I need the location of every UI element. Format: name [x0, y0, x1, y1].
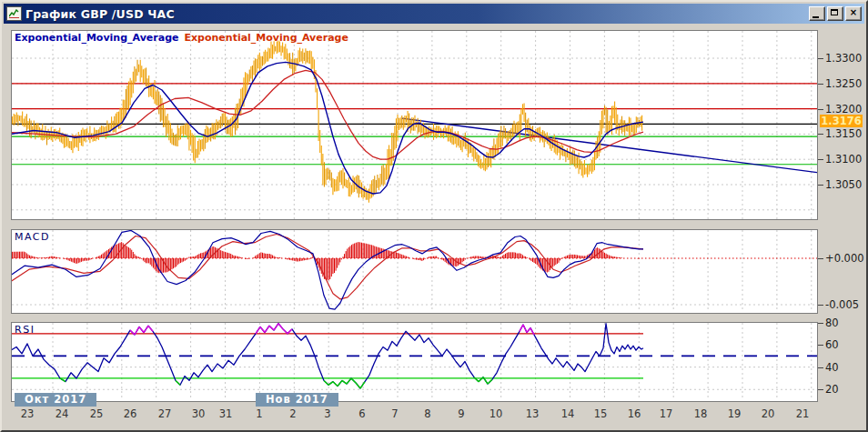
rsi-oversold-segment	[342, 380, 347, 384]
date-tick-label: 16	[628, 407, 641, 420]
date-tick-label: 9	[458, 407, 464, 420]
maximize-icon	[831, 9, 838, 15]
rsi-overbought-segment	[144, 326, 148, 332]
date-tick-label: 19	[728, 407, 742, 420]
date-tick-label: 18	[694, 407, 708, 420]
date-tick-label: 6	[358, 407, 365, 420]
date-tick-label: 23	[21, 407, 35, 420]
current-price-badge: 1.3176	[820, 115, 863, 127]
title-bar[interactable]: График GBP /USD ЧАС ×	[4, 4, 864, 24]
date-tick-label: 14	[561, 407, 575, 420]
date-tick-label: 10	[490, 407, 503, 420]
rsi-oversold-segment	[176, 380, 180, 385]
rsi-overbought-segment	[148, 326, 153, 331]
rsi-overbought-segment	[523, 325, 527, 333]
main-chart-panel[interactable]	[11, 30, 818, 220]
macd-tick-label: -0.005	[825, 298, 868, 311]
rsi-overbought-segment	[527, 328, 530, 333]
macd-histogram	[12, 242, 639, 280]
rsi-oversold-segment	[360, 382, 365, 388]
date-tick-label: 20	[762, 407, 775, 420]
date-tick-label: 27	[158, 407, 172, 420]
macd-label: MACD	[15, 231, 50, 243]
date-tick-label: 25	[90, 407, 104, 420]
ema-legend-item: Exponential_Moving_Average	[15, 32, 178, 44]
price-chart-svg[interactable]	[12, 31, 817, 219]
date-tick-label: 30	[192, 407, 206, 420]
date-tick-label: 31	[219, 407, 233, 420]
date-tick-label: 26	[124, 407, 137, 420]
rsi-oversold-segment	[328, 382, 333, 386]
date-tick-label: 13	[526, 407, 540, 420]
date-tick-label: 15	[594, 407, 608, 420]
chart-window: График GBP /USD ЧАС × Exponential_Moving…	[0, 0, 868, 432]
rsi-overbought-segment	[520, 325, 523, 331]
rsi-oversold-segment	[351, 378, 356, 383]
rsi-overbought-segment	[139, 327, 144, 332]
rsi-panel[interactable]	[11, 322, 818, 402]
window-title: График GBP /USD ЧАС	[25, 7, 809, 21]
date-tick-label: 3	[324, 407, 330, 420]
close-button[interactable]: ×	[845, 6, 862, 21]
month-label-nov: Нов 2017	[256, 393, 338, 407]
date-tick-label: 1	[256, 407, 262, 420]
date-tick-label: 7	[391, 407, 398, 420]
month-label-oct: Окт 2017	[15, 393, 96, 407]
ema-legend: Exponential_Moving_AverageExponential_Mo…	[15, 32, 354, 44]
rsi-tick-label: 80	[825, 316, 868, 329]
date-tick-label: 2	[289, 407, 296, 420]
rsi-tick-label: 20	[825, 383, 868, 396]
rsi-oversold-segment	[338, 380, 342, 386]
rsi-oversold-segment	[347, 378, 351, 384]
close-icon: ×	[846, 6, 861, 19]
date-tick-label: 8	[424, 407, 430, 420]
rsi-tick-label: 40	[825, 361, 868, 374]
date-tick-label: 21	[796, 407, 810, 420]
rsi-overbought-segment	[260, 327, 265, 332]
date-tick-label: 17	[660, 407, 673, 420]
rsi-overbought-segment	[283, 329, 288, 334]
minimize-icon	[812, 16, 819, 18]
rsi-overbought-segment	[278, 324, 283, 329]
price-tick-label: 1.3300	[825, 52, 868, 65]
date-tick-label: 24	[56, 407, 69, 420]
rsi-oversold-segment	[333, 382, 338, 387]
price-tick-label: 1.3100	[825, 153, 868, 166]
macd-tick-label: +0.000	[825, 252, 868, 265]
candles	[12, 41, 642, 203]
price-tick-label: 1.3200	[825, 103, 868, 116]
macd-panel[interactable]	[11, 229, 818, 314]
rsi-overbought-segment	[265, 326, 269, 332]
rsi-overbought-segment	[269, 326, 274, 330]
price-tick-label: 1.3250	[825, 77, 868, 90]
ema-legend-item: Exponential_Moving_Average	[184, 32, 348, 44]
price-tick-label: 1.3150	[825, 127, 868, 140]
rsi-oversold-segment	[324, 380, 328, 385]
maximize-button[interactable]	[827, 6, 843, 21]
macd-chart-svg[interactable]	[12, 230, 817, 313]
rsi-overbought-segment	[274, 324, 278, 330]
rsi-tick-label: 60	[825, 338, 868, 351]
rsi-oversold-segment	[488, 379, 492, 384]
rsi-label: RSI	[15, 324, 35, 336]
chart-icon	[6, 6, 22, 21]
minimize-button[interactable]	[809, 6, 825, 21]
rsi-oversold-segment	[356, 383, 360, 388]
price-tick-label: 1.3050	[825, 178, 868, 191]
rsi-chart-svg[interactable]	[12, 323, 817, 401]
rsi-overbought-segment	[288, 329, 292, 334]
